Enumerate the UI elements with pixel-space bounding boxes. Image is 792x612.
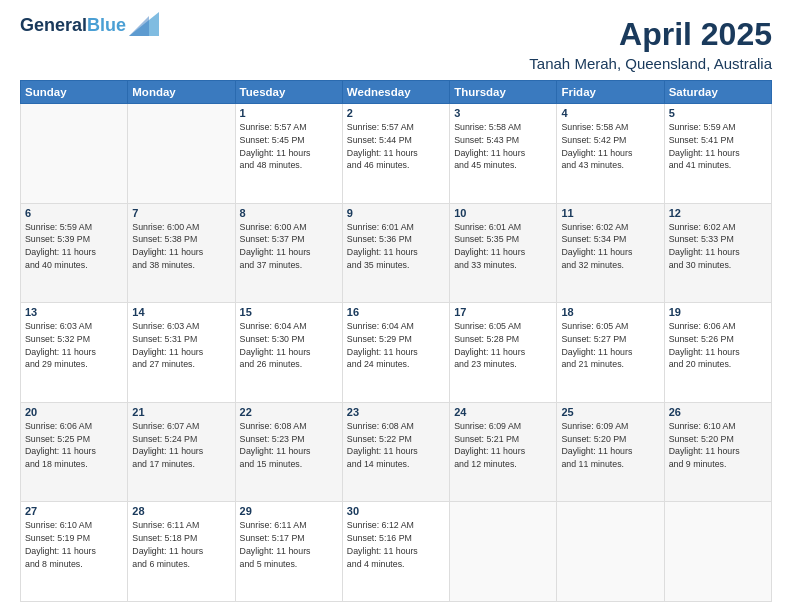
main-title: April 2025 <box>529 16 772 53</box>
day-cell: 17Sunrise: 6:05 AM Sunset: 5:28 PM Dayli… <box>450 303 557 403</box>
day-number: 29 <box>240 505 338 517</box>
day-cell: 11Sunrise: 6:02 AM Sunset: 5:34 PM Dayli… <box>557 203 664 303</box>
day-info: Sunrise: 6:10 AM Sunset: 5:19 PM Dayligh… <box>25 519 123 570</box>
day-info: Sunrise: 6:11 AM Sunset: 5:18 PM Dayligh… <box>132 519 230 570</box>
logo-icon <box>129 12 159 36</box>
day-info: Sunrise: 6:09 AM Sunset: 5:20 PM Dayligh… <box>561 420 659 471</box>
day-info: Sunrise: 6:01 AM Sunset: 5:35 PM Dayligh… <box>454 221 552 272</box>
day-number: 12 <box>669 207 767 219</box>
day-info: Sunrise: 6:02 AM Sunset: 5:34 PM Dayligh… <box>561 221 659 272</box>
day-info: Sunrise: 6:04 AM Sunset: 5:30 PM Dayligh… <box>240 320 338 371</box>
day-cell: 25Sunrise: 6:09 AM Sunset: 5:20 PM Dayli… <box>557 402 664 502</box>
day-number: 4 <box>561 107 659 119</box>
day-number: 9 <box>347 207 445 219</box>
day-cell: 19Sunrise: 6:06 AM Sunset: 5:26 PM Dayli… <box>664 303 771 403</box>
day-number: 13 <box>25 306 123 318</box>
day-info: Sunrise: 6:05 AM Sunset: 5:27 PM Dayligh… <box>561 320 659 371</box>
week-row-1: 1Sunrise: 5:57 AM Sunset: 5:45 PM Daylig… <box>21 104 772 204</box>
day-info: Sunrise: 6:07 AM Sunset: 5:24 PM Dayligh… <box>132 420 230 471</box>
day-cell: 6Sunrise: 5:59 AM Sunset: 5:39 PM Daylig… <box>21 203 128 303</box>
logo-text: GeneralBlue <box>20 16 126 36</box>
day-number: 5 <box>669 107 767 119</box>
day-cell: 3Sunrise: 5:58 AM Sunset: 5:43 PM Daylig… <box>450 104 557 204</box>
day-cell: 8Sunrise: 6:00 AM Sunset: 5:37 PM Daylig… <box>235 203 342 303</box>
day-number: 19 <box>669 306 767 318</box>
day-cell: 20Sunrise: 6:06 AM Sunset: 5:25 PM Dayli… <box>21 402 128 502</box>
day-info: Sunrise: 5:59 AM Sunset: 5:41 PM Dayligh… <box>669 121 767 172</box>
day-number: 21 <box>132 406 230 418</box>
day-cell <box>21 104 128 204</box>
day-cell: 9Sunrise: 6:01 AM Sunset: 5:36 PM Daylig… <box>342 203 449 303</box>
day-info: Sunrise: 6:05 AM Sunset: 5:28 PM Dayligh… <box>454 320 552 371</box>
day-cell: 28Sunrise: 6:11 AM Sunset: 5:18 PM Dayli… <box>128 502 235 602</box>
day-info: Sunrise: 6:11 AM Sunset: 5:17 PM Dayligh… <box>240 519 338 570</box>
day-info: Sunrise: 6:10 AM Sunset: 5:20 PM Dayligh… <box>669 420 767 471</box>
weekday-saturday: Saturday <box>664 81 771 104</box>
day-cell: 22Sunrise: 6:08 AM Sunset: 5:23 PM Dayli… <box>235 402 342 502</box>
week-row-3: 13Sunrise: 6:03 AM Sunset: 5:32 PM Dayli… <box>21 303 772 403</box>
day-info: Sunrise: 6:03 AM Sunset: 5:31 PM Dayligh… <box>132 320 230 371</box>
day-cell <box>450 502 557 602</box>
weekday-header-row: SundayMondayTuesdayWednesdayThursdayFrid… <box>21 81 772 104</box>
weekday-tuesday: Tuesday <box>235 81 342 104</box>
day-info: Sunrise: 6:03 AM Sunset: 5:32 PM Dayligh… <box>25 320 123 371</box>
day-number: 1 <box>240 107 338 119</box>
day-info: Sunrise: 6:09 AM Sunset: 5:21 PM Dayligh… <box>454 420 552 471</box>
day-cell: 30Sunrise: 6:12 AM Sunset: 5:16 PM Dayli… <box>342 502 449 602</box>
weekday-friday: Friday <box>557 81 664 104</box>
day-number: 20 <box>25 406 123 418</box>
day-cell: 7Sunrise: 6:00 AM Sunset: 5:38 PM Daylig… <box>128 203 235 303</box>
day-info: Sunrise: 6:12 AM Sunset: 5:16 PM Dayligh… <box>347 519 445 570</box>
day-cell: 14Sunrise: 6:03 AM Sunset: 5:31 PM Dayli… <box>128 303 235 403</box>
day-cell: 12Sunrise: 6:02 AM Sunset: 5:33 PM Dayli… <box>664 203 771 303</box>
day-cell: 27Sunrise: 6:10 AM Sunset: 5:19 PM Dayli… <box>21 502 128 602</box>
day-number: 10 <box>454 207 552 219</box>
day-cell: 10Sunrise: 6:01 AM Sunset: 5:35 PM Dayli… <box>450 203 557 303</box>
week-row-4: 20Sunrise: 6:06 AM Sunset: 5:25 PM Dayli… <box>21 402 772 502</box>
day-number: 17 <box>454 306 552 318</box>
day-info: Sunrise: 5:57 AM Sunset: 5:45 PM Dayligh… <box>240 121 338 172</box>
day-info: Sunrise: 6:01 AM Sunset: 5:36 PM Dayligh… <box>347 221 445 272</box>
day-cell: 29Sunrise: 6:11 AM Sunset: 5:17 PM Dayli… <box>235 502 342 602</box>
day-info: Sunrise: 5:57 AM Sunset: 5:44 PM Dayligh… <box>347 121 445 172</box>
day-number: 14 <box>132 306 230 318</box>
day-number: 2 <box>347 107 445 119</box>
day-number: 24 <box>454 406 552 418</box>
week-row-5: 27Sunrise: 6:10 AM Sunset: 5:19 PM Dayli… <box>21 502 772 602</box>
day-cell <box>128 104 235 204</box>
day-info: Sunrise: 6:06 AM Sunset: 5:26 PM Dayligh… <box>669 320 767 371</box>
day-cell <box>664 502 771 602</box>
day-cell: 21Sunrise: 6:07 AM Sunset: 5:24 PM Dayli… <box>128 402 235 502</box>
day-info: Sunrise: 6:06 AM Sunset: 5:25 PM Dayligh… <box>25 420 123 471</box>
day-info: Sunrise: 5:59 AM Sunset: 5:39 PM Dayligh… <box>25 221 123 272</box>
day-info: Sunrise: 6:08 AM Sunset: 5:23 PM Dayligh… <box>240 420 338 471</box>
day-number: 6 <box>25 207 123 219</box>
day-number: 11 <box>561 207 659 219</box>
weekday-thursday: Thursday <box>450 81 557 104</box>
day-number: 3 <box>454 107 552 119</box>
svg-marker-1 <box>129 16 149 36</box>
day-cell <box>557 502 664 602</box>
day-cell: 2Sunrise: 5:57 AM Sunset: 5:44 PM Daylig… <box>342 104 449 204</box>
day-number: 23 <box>347 406 445 418</box>
title-block: April 2025 Tanah Merah, Queensland, Aust… <box>529 16 772 72</box>
calendar-table: SundayMondayTuesdayWednesdayThursdayFrid… <box>20 80 772 602</box>
weekday-wednesday: Wednesday <box>342 81 449 104</box>
day-info: Sunrise: 5:58 AM Sunset: 5:43 PM Dayligh… <box>454 121 552 172</box>
calendar-page: GeneralBlue April 2025 Tanah Merah, Quee… <box>0 0 792 612</box>
day-number: 27 <box>25 505 123 517</box>
day-info: Sunrise: 6:02 AM Sunset: 5:33 PM Dayligh… <box>669 221 767 272</box>
logo: GeneralBlue <box>20 16 159 36</box>
day-cell: 13Sunrise: 6:03 AM Sunset: 5:32 PM Dayli… <box>21 303 128 403</box>
day-number: 7 <box>132 207 230 219</box>
day-number: 28 <box>132 505 230 517</box>
subtitle: Tanah Merah, Queensland, Australia <box>529 55 772 72</box>
week-row-2: 6Sunrise: 5:59 AM Sunset: 5:39 PM Daylig… <box>21 203 772 303</box>
day-number: 25 <box>561 406 659 418</box>
day-cell: 1Sunrise: 5:57 AM Sunset: 5:45 PM Daylig… <box>235 104 342 204</box>
weekday-sunday: Sunday <box>21 81 128 104</box>
day-cell: 4Sunrise: 5:58 AM Sunset: 5:42 PM Daylig… <box>557 104 664 204</box>
day-number: 8 <box>240 207 338 219</box>
day-cell: 16Sunrise: 6:04 AM Sunset: 5:29 PM Dayli… <box>342 303 449 403</box>
day-number: 26 <box>669 406 767 418</box>
